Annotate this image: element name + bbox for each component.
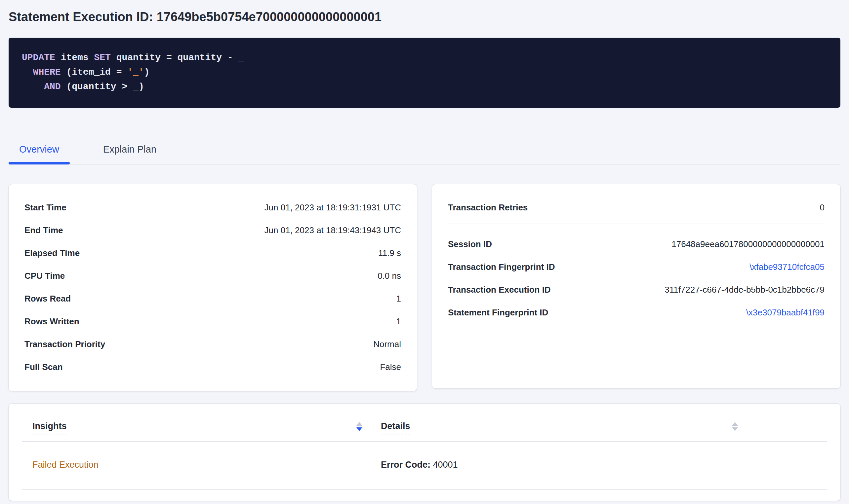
stat-row-session-id: Session ID 17648a9eea6017800000000000000… — [448, 237, 825, 251]
tab-bar: Overview Explain Plan — [8, 138, 841, 164]
column-label[interactable]: Details — [381, 419, 410, 435]
stat-row-transaction-priority: Transaction Priority Normal — [24, 338, 401, 351]
sql-line: WHERE (item_id = '_') — [22, 65, 827, 79]
transaction-card: Transaction Retries 0 Session ID 17648a9… — [432, 184, 841, 389]
stat-value: 0.0 ns — [378, 269, 401, 282]
statement-execution-page: Statement Execution ID: 17649be5b0754e70… — [0, 0, 849, 501]
page-title: Statement Execution ID: 17649be5b0754e70… — [8, 0, 841, 25]
stat-label: Session ID — [448, 237, 492, 251]
sql-keyword: AND — [44, 82, 60, 92]
stat-label: Rows Written — [24, 315, 79, 328]
stat-row-transaction-retries: Transaction Retries 0 — [448, 201, 825, 214]
sql-line: AND (quantity > _) — [22, 79, 827, 94]
card-divider — [448, 223, 825, 224]
sql-text: ) — [144, 67, 150, 77]
sql-keyword: SET — [94, 53, 110, 63]
stat-label: Statement Fingerprint ID — [448, 306, 548, 319]
stat-value: 11.9 s — [378, 246, 401, 259]
stat-value: False — [380, 360, 401, 374]
sort-desc-arrow-icon — [732, 427, 738, 431]
summary-cards-row: Start Time Jun 01, 2023 at 18:19:31:1931… — [8, 184, 841, 391]
stat-row-elapsed-time: Elapsed Time 11.9 s — [24, 246, 401, 259]
sql-text — [22, 67, 33, 77]
stat-value: 0 — [820, 201, 825, 214]
stat-value: 1 — [396, 292, 401, 305]
sql-text: quantity = quantity - _ — [111, 53, 244, 63]
statement-fingerprint-link[interactable]: \x3e3079baabf41f99 — [746, 306, 825, 319]
sql-string-literal: '_' — [127, 67, 144, 77]
stat-label: Transaction Priority — [24, 338, 105, 351]
sort-icon[interactable] — [357, 422, 362, 431]
sql-statement-box: UPDATE items SET quantity = quantity - _… — [8, 38, 841, 108]
insight-cell: Failed Execution — [22, 458, 381, 489]
stat-label: Elapsed Time — [24, 246, 80, 259]
details-label: Error Code: — [381, 460, 431, 470]
sort-desc-arrow-icon — [357, 427, 362, 431]
sort-asc-arrow-icon — [357, 422, 362, 426]
stat-label: Rows Read — [24, 292, 71, 305]
tab-overview[interactable]: Overview — [8, 138, 70, 164]
transaction-fingerprint-link[interactable]: \xfabe93710fcfca05 — [749, 260, 825, 273]
stat-label: Full Scan — [24, 360, 63, 374]
stat-value: Jun 01, 2023 at 18:19:43:1943 UTC — [264, 223, 401, 237]
overview-card: Start Time Jun 01, 2023 at 18:19:31:1931… — [8, 184, 417, 391]
stat-label: CPU Time — [24, 269, 65, 282]
stat-value: 17648a9eea6017800000000000000001 — [672, 237, 825, 251]
insights-table-card: Insights Details Failed Execution Error … — [8, 403, 841, 501]
sort-icon[interactable] — [732, 422, 738, 431]
stat-row-rows-written: Rows Written 1 — [24, 315, 401, 328]
stat-row-transaction-fingerprint-id: Transaction Fingerprint ID \xfabe93710fc… — [448, 260, 825, 273]
sql-text: items — [55, 53, 94, 63]
stat-row-start-time: Start Time Jun 01, 2023 at 18:19:31:1931… — [24, 201, 401, 214]
stat-row-transaction-execution-id: Transaction Execution ID 311f7227-c667-4… — [448, 283, 825, 296]
stat-value: 1 — [396, 315, 401, 328]
sort-asc-arrow-icon — [732, 422, 738, 426]
sql-line: UPDATE items SET quantity = quantity - _ — [22, 51, 827, 65]
stat-label: Transaction Retries — [448, 201, 527, 214]
stat-row-end-time: End Time Jun 01, 2023 at 18:19:43:1943 U… — [24, 223, 401, 237]
stat-value: 311f7227-c667-4dde-b5bb-0c1b2bbe6c79 — [664, 283, 825, 296]
details-cell: Error Code: 40001 — [381, 458, 827, 489]
insight-status-text: Failed Execution — [32, 460, 99, 470]
stat-label: Start Time — [24, 201, 67, 214]
column-header-details[interactable]: Details — [381, 419, 827, 441]
tab-explain-plan[interactable]: Explain Plan — [92, 138, 167, 164]
sql-text: (quantity > _) — [61, 82, 144, 92]
stat-row-full-scan: Full Scan False — [24, 360, 401, 374]
stat-value: Normal — [373, 338, 401, 351]
stat-label: End Time — [24, 223, 63, 237]
column-header-insights[interactable]: Insights — [22, 419, 381, 441]
sql-keyword: WHERE — [33, 67, 61, 77]
sql-text — [22, 82, 44, 92]
stat-value: Jun 01, 2023 at 18:19:31:1931 UTC — [264, 201, 401, 214]
details-value: 40001 — [431, 460, 458, 470]
column-label[interactable]: Insights — [32, 419, 67, 435]
stat-row-rows-read: Rows Read 1 — [24, 292, 401, 305]
stat-label: Transaction Execution ID — [448, 283, 551, 296]
stat-row-cpu-time: CPU Time 0.0 ns — [24, 269, 401, 282]
insights-table-row: Failed Execution Error Code: 40001 — [22, 442, 827, 490]
sql-keyword: UPDATE — [22, 53, 55, 63]
sql-text: (item_id = — [61, 67, 127, 77]
insights-table-header: Insights Details — [22, 403, 827, 442]
stat-row-statement-fingerprint-id: Statement Fingerprint ID \x3e3079baabf41… — [448, 306, 825, 319]
stat-label: Transaction Fingerprint ID — [448, 260, 555, 273]
